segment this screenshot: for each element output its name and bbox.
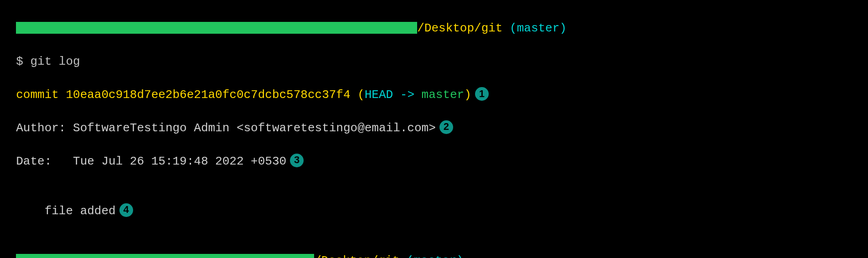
redaction-bar <box>16 22 417 34</box>
commit-message: file added <box>16 204 115 218</box>
prompt-line-2: /Desktop/git (master) <box>2 236 866 258</box>
command-text: git log <box>30 55 80 68</box>
annotation-badge-1: 1 <box>475 87 489 101</box>
commit-prefix: commit <box>16 88 66 102</box>
commit-line: commit 10eaa0c918d7ee2b6e21a0fc0c7dcbc57… <box>2 70 866 103</box>
date-value: Tue Jul 26 15:19:48 2022 +0530 <box>73 155 286 168</box>
branch-close: ) <box>559 21 567 35</box>
author-line: Author: SoftwareTestingo Admin <software… <box>2 103 866 136</box>
head-ref: HEAD -> <box>365 88 422 102</box>
prompt-symbol: $ <box>16 55 30 68</box>
annotation-badge-3: 3 <box>290 154 304 167</box>
ref-open: ( <box>351 88 365 102</box>
author-label: Author: <box>16 121 73 135</box>
annotation-badge-4: 4 <box>119 203 133 217</box>
annotation-badge-2: 2 <box>439 120 453 134</box>
path-text: /Desktop/git <box>417 21 502 35</box>
blank-line-1 <box>2 170 866 186</box>
author-value: SoftwareTestingo Admin <softwaretestingo… <box>73 121 436 135</box>
branch-name: master <box>517 21 560 35</box>
branch-close: ) <box>456 254 464 258</box>
branch-name: master <box>414 254 457 258</box>
blank-line-2 <box>2 219 866 236</box>
prompt-line-1: /Desktop/git (master) <box>2 4 866 37</box>
branch-open: ( <box>502 21 517 35</box>
path-text: /Desktop/git <box>314 254 399 258</box>
branch-ref: master <box>422 88 465 102</box>
branch-open: ( <box>399 254 413 258</box>
ref-close: ) <box>464 88 471 102</box>
redaction-bar <box>16 254 314 258</box>
commit-message-line: file added4 <box>2 186 866 219</box>
date-label: Date: <box>16 155 73 168</box>
commit-hash: 10eaa0c918d7ee2b6e21a0fc0c7dcbc578cc37f4 <box>66 88 350 102</box>
command-line[interactable]: $ git log <box>2 37 866 70</box>
date-line: Date: Tue Jul 26 15:19:48 2022 +05303 <box>2 136 866 170</box>
